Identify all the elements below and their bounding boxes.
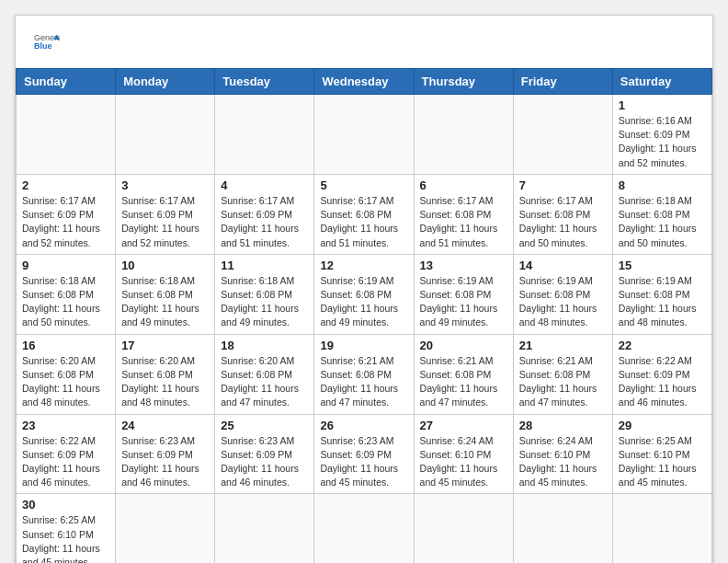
empty-cell	[612, 494, 711, 563]
empty-cell	[215, 95, 314, 175]
empty-cell	[116, 494, 215, 563]
week-row-6: 30Sunrise: 6:25 AM Sunset: 6:10 PM Dayli…	[17, 494, 712, 563]
day-cell-22: 22Sunrise: 6:22 AM Sunset: 6:09 PM Dayli…	[612, 334, 711, 414]
weekday-header-monday: Monday	[116, 69, 215, 95]
day-info: Sunrise: 6:20 AM Sunset: 6:08 PM Dayligh…	[22, 354, 109, 410]
day-number: 18	[221, 339, 308, 352]
weekday-header-friday: Friday	[513, 69, 612, 95]
day-number: 4	[221, 178, 308, 192]
logo-area: General Blue	[30, 30, 60, 61]
empty-cell	[314, 95, 414, 175]
day-info: Sunrise: 6:18 AM Sunset: 6:08 PM Dayligh…	[121, 274, 209, 330]
logo: General Blue	[30, 30, 60, 61]
weekday-header-thursday: Thursday	[414, 69, 513, 95]
day-info: Sunrise: 6:19 AM Sunset: 6:08 PM Dayligh…	[420, 274, 507, 330]
day-info: Sunrise: 6:22 AM Sunset: 6:09 PM Dayligh…	[22, 434, 109, 490]
weekday-header-row: SundayMondayTuesdayWednesdayThursdayFrid…	[17, 69, 712, 95]
logo-icon: General Blue	[34, 30, 60, 56]
day-info: Sunrise: 6:24 AM Sunset: 6:10 PM Dayligh…	[420, 434, 507, 490]
week-row-3: 9Sunrise: 6:18 AM Sunset: 6:08 PM Daylig…	[17, 254, 712, 334]
day-info: Sunrise: 6:21 AM Sunset: 6:08 PM Dayligh…	[320, 354, 407, 410]
day-cell-13: 13Sunrise: 6:19 AM Sunset: 6:08 PM Dayli…	[414, 254, 513, 334]
day-info: Sunrise: 6:17 AM Sunset: 6:08 PM Dayligh…	[420, 194, 507, 250]
day-number: 27	[420, 419, 507, 432]
day-info: Sunrise: 6:20 AM Sunset: 6:08 PM Dayligh…	[121, 354, 209, 410]
day-number: 29	[619, 419, 706, 432]
day-cell-17: 17Sunrise: 6:20 AM Sunset: 6:08 PM Dayli…	[116, 334, 215, 414]
day-number: 16	[22, 339, 109, 352]
day-info: Sunrise: 6:23 AM Sunset: 6:09 PM Dayligh…	[221, 434, 308, 490]
svg-text:Blue: Blue	[34, 41, 51, 51]
day-cell-14: 14Sunrise: 6:19 AM Sunset: 6:08 PM Dayli…	[513, 254, 612, 334]
day-number: 26	[320, 419, 407, 432]
day-cell-8: 8Sunrise: 6:18 AM Sunset: 6:08 PM Daylig…	[612, 174, 711, 254]
day-info: Sunrise: 6:18 AM Sunset: 6:08 PM Dayligh…	[619, 194, 706, 250]
day-number: 7	[519, 178, 607, 192]
day-cell-25: 25Sunrise: 6:23 AM Sunset: 6:09 PM Dayli…	[215, 414, 314, 494]
day-info: Sunrise: 6:18 AM Sunset: 6:08 PM Dayligh…	[221, 274, 308, 330]
day-info: Sunrise: 6:17 AM Sunset: 6:09 PM Dayligh…	[121, 194, 209, 250]
week-row-1: 1Sunrise: 6:16 AM Sunset: 6:09 PM Daylig…	[17, 95, 712, 175]
day-info: Sunrise: 6:23 AM Sunset: 6:09 PM Dayligh…	[320, 434, 407, 490]
day-number: 8	[619, 178, 706, 192]
day-cell-6: 6Sunrise: 6:17 AM Sunset: 6:08 PM Daylig…	[414, 174, 513, 254]
calendar-container: General Blue SundayMondayTuesdayWednesda…	[15, 15, 713, 563]
day-cell-21: 21Sunrise: 6:21 AM Sunset: 6:08 PM Dayli…	[513, 334, 612, 414]
day-cell-9: 9Sunrise: 6:18 AM Sunset: 6:08 PM Daylig…	[17, 254, 116, 334]
day-cell-4: 4Sunrise: 6:17 AM Sunset: 6:09 PM Daylig…	[215, 174, 314, 254]
day-number: 15	[619, 259, 706, 272]
day-info: Sunrise: 6:18 AM Sunset: 6:08 PM Dayligh…	[22, 274, 109, 330]
day-info: Sunrise: 6:21 AM Sunset: 6:08 PM Dayligh…	[519, 354, 607, 410]
day-cell-30: 30Sunrise: 6:25 AM Sunset: 6:10 PM Dayli…	[17, 494, 116, 563]
weekday-header-saturday: Saturday	[612, 69, 711, 95]
day-info: Sunrise: 6:19 AM Sunset: 6:08 PM Dayligh…	[320, 274, 407, 330]
day-cell-19: 19Sunrise: 6:21 AM Sunset: 6:08 PM Dayli…	[314, 334, 414, 414]
day-number: 17	[121, 339, 209, 352]
day-cell-20: 20Sunrise: 6:21 AM Sunset: 6:08 PM Dayli…	[414, 334, 513, 414]
day-cell-18: 18Sunrise: 6:20 AM Sunset: 6:08 PM Dayli…	[215, 334, 314, 414]
day-info: Sunrise: 6:17 AM Sunset: 6:09 PM Dayligh…	[22, 194, 109, 250]
week-row-5: 23Sunrise: 6:22 AM Sunset: 6:09 PM Dayli…	[17, 414, 712, 494]
calendar-table: SundayMondayTuesdayWednesdayThursdayFrid…	[16, 68, 712, 563]
day-cell-15: 15Sunrise: 6:19 AM Sunset: 6:08 PM Dayli…	[612, 254, 711, 334]
day-cell-26: 26Sunrise: 6:23 AM Sunset: 6:09 PM Dayli…	[314, 414, 414, 494]
week-row-2: 2Sunrise: 6:17 AM Sunset: 6:09 PM Daylig…	[17, 174, 712, 254]
day-info: Sunrise: 6:25 AM Sunset: 6:10 PM Dayligh…	[619, 434, 706, 490]
day-cell-1: 1Sunrise: 6:16 AM Sunset: 6:09 PM Daylig…	[612, 95, 711, 175]
day-number: 23	[22, 419, 109, 432]
day-info: Sunrise: 6:17 AM Sunset: 6:08 PM Dayligh…	[320, 194, 407, 250]
day-info: Sunrise: 6:19 AM Sunset: 6:08 PM Dayligh…	[619, 274, 706, 330]
day-number: 2	[22, 178, 109, 192]
day-number: 13	[420, 259, 507, 272]
day-number: 20	[420, 339, 507, 352]
day-number: 10	[121, 259, 209, 272]
day-cell-5: 5Sunrise: 6:17 AM Sunset: 6:08 PM Daylig…	[314, 174, 414, 254]
day-number: 30	[22, 498, 109, 511]
weekday-header-wednesday: Wednesday	[314, 69, 414, 95]
day-number: 22	[619, 339, 706, 352]
day-info: Sunrise: 6:19 AM Sunset: 6:08 PM Dayligh…	[519, 274, 607, 330]
day-number: 6	[420, 178, 507, 192]
empty-cell	[116, 95, 215, 175]
day-info: Sunrise: 6:25 AM Sunset: 6:10 PM Dayligh…	[22, 513, 109, 563]
empty-cell	[513, 95, 612, 175]
day-number: 12	[320, 259, 407, 272]
day-cell-12: 12Sunrise: 6:19 AM Sunset: 6:08 PM Dayli…	[314, 254, 414, 334]
day-cell-10: 10Sunrise: 6:18 AM Sunset: 6:08 PM Dayli…	[116, 254, 215, 334]
day-cell-28: 28Sunrise: 6:24 AM Sunset: 6:10 PM Dayli…	[513, 414, 612, 494]
day-cell-3: 3Sunrise: 6:17 AM Sunset: 6:09 PM Daylig…	[116, 174, 215, 254]
day-cell-11: 11Sunrise: 6:18 AM Sunset: 6:08 PM Dayli…	[215, 254, 314, 334]
weekday-header-tuesday: Tuesday	[215, 69, 314, 95]
weekday-header-sunday: Sunday	[17, 69, 116, 95]
empty-cell	[17, 95, 116, 175]
day-cell-7: 7Sunrise: 6:17 AM Sunset: 6:08 PM Daylig…	[513, 174, 612, 254]
day-number: 5	[320, 178, 407, 192]
day-number: 9	[22, 259, 109, 272]
day-info: Sunrise: 6:17 AM Sunset: 6:08 PM Dayligh…	[519, 194, 607, 250]
day-number: 11	[221, 259, 308, 272]
week-row-4: 16Sunrise: 6:20 AM Sunset: 6:08 PM Dayli…	[17, 334, 712, 414]
day-number: 28	[519, 419, 607, 432]
empty-cell	[414, 95, 513, 175]
day-info: Sunrise: 6:16 AM Sunset: 6:09 PM Dayligh…	[619, 114, 706, 170]
day-cell-29: 29Sunrise: 6:25 AM Sunset: 6:10 PM Dayli…	[612, 414, 711, 494]
